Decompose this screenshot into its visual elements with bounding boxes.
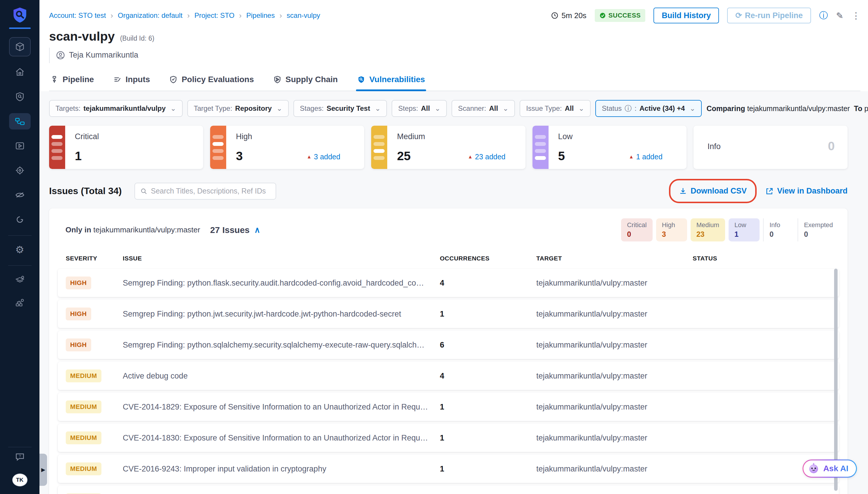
card-count: 3 xyxy=(236,149,243,163)
issues-header: Issues (Total 34) Download CSV View in D… xyxy=(39,169,868,203)
breadcrumb-account[interactable]: Account: STO test xyxy=(49,12,106,20)
ask-ai-label: Ask AI xyxy=(823,464,848,473)
info-icon[interactable]: ⓘ xyxy=(819,10,828,22)
breadcrumb-organization[interactable]: Organization: default xyxy=(118,12,182,20)
sidebar-item-targets[interactable] xyxy=(9,162,31,178)
table-row[interactable]: HIGH Semgrep Finding: python.sqlalchemy.… xyxy=(58,331,839,359)
filter-scanner[interactable]: Scanner:All ⌄ xyxy=(451,100,515,117)
severity-card-critical[interactable]: Critical 1 xyxy=(49,126,203,169)
sidebar-item-exemptions[interactable] xyxy=(9,187,31,203)
severity-card-low[interactable]: Low 5 ▲1 added xyxy=(533,126,687,169)
refresh-icon: ⟳ xyxy=(735,11,742,20)
severity-card-info[interactable]: Info 0 xyxy=(694,126,848,169)
svg-text:?: ? xyxy=(19,454,21,458)
card-label: Critical xyxy=(75,132,99,141)
chat-question-icon: ? xyxy=(15,452,25,462)
home-icon xyxy=(15,67,25,77)
chevron-down-icon: ⌄ xyxy=(503,104,508,113)
sidebar-item-overview[interactable] xyxy=(9,89,31,105)
user-avatar[interactable]: TK xyxy=(12,474,27,487)
search-input[interactable] xyxy=(151,187,270,195)
low-strip-icon xyxy=(533,126,548,169)
build-history-button[interactable]: Build History xyxy=(654,7,719,23)
ask-ai-button[interactable]: Ask AI xyxy=(803,459,857,478)
sidebar-item-help-chat[interactable]: ? xyxy=(9,449,31,466)
card-label: Info xyxy=(708,142,721,151)
filter-steps[interactable]: Steps:All ⌄ xyxy=(392,100,447,117)
tab-vulnerabilities[interactable]: Vulnerabilities xyxy=(356,71,426,91)
filter-target-type[interactable]: Target Type:Repository ⌄ xyxy=(187,100,289,117)
severity-chips: Critical0 High3 Medium23 Low1 Info0 Exem… xyxy=(618,218,839,242)
issues-group-header: Only in tejakummarikuntla/vulpy:master 2… xyxy=(58,218,839,242)
severity-cards: Critical 1 High 3 ▲3 added Medium 25 ▲23… xyxy=(39,117,868,169)
table-row[interactable]: MEDIUM CVE-2017-11424: PyJWT... 1 tejaku… xyxy=(58,486,839,494)
chip-low: Low1 xyxy=(729,218,759,242)
pipelines-icon xyxy=(15,116,25,127)
occurrences-value: 1 xyxy=(440,309,536,319)
owner-name: Teja Kummarikuntla xyxy=(69,51,138,60)
filter-stages[interactable]: Stages:Security Test ⌄ xyxy=(293,100,387,117)
table-row[interactable]: MEDIUM CVE-2014-1829: Exposure of Sensit… xyxy=(58,393,839,421)
issue-title: CVE-2016-9243: Improper input validation… xyxy=(123,464,440,474)
sidebar-item-settings[interactable]: ⚙ xyxy=(9,242,31,258)
rerun-pipeline-button[interactable]: ⟳ Re-run Pipeline xyxy=(727,7,811,23)
sidebar-divider-2 xyxy=(8,265,32,266)
table-row[interactable]: HIGH Semgrep Finding: python.jwt.securit… xyxy=(58,300,839,328)
sidebar-item-org-settings[interactable] xyxy=(9,294,31,311)
filter-targets[interactable]: Targets:tejakummarikuntla/vulpy ⌄ xyxy=(49,100,183,117)
collapse-group-icon[interactable]: ∧ xyxy=(254,225,261,235)
table-row[interactable]: MEDIUM Active debug code 4 tejakummariku… xyxy=(58,362,839,390)
chevron-down-icon: ⌄ xyxy=(276,104,282,113)
sidebar-item-default-settings[interactable] xyxy=(9,271,31,288)
table-row[interactable]: MEDIUM CVE-2016-9243: Improper input val… xyxy=(58,455,839,483)
layers-gear-icon xyxy=(15,275,25,285)
sidebar-item-baselines[interactable] xyxy=(9,211,31,228)
table-scrollbar[interactable] xyxy=(834,269,837,491)
download-csv-button[interactable]: Download CSV xyxy=(679,187,747,195)
severity-badge: HIGH xyxy=(66,339,91,352)
tab-policy-evaluations[interactable]: Policy Evaluations xyxy=(168,71,255,91)
filter-status[interactable]: Status ⓘ : Active (34) +4 ⌄ xyxy=(595,100,702,117)
issues-search[interactable] xyxy=(134,183,276,200)
card-count: 25 xyxy=(397,149,411,163)
sidebar-divider-3 xyxy=(8,447,32,447)
edit-pipeline-icon[interactable]: ✎ xyxy=(836,11,844,21)
severity-badge: MEDIUM xyxy=(66,462,101,475)
sidebar-item-home[interactable] xyxy=(9,64,31,80)
severity-card-high[interactable]: High 3 ▲3 added xyxy=(210,126,364,169)
target-value: tejakummarikuntla/vulpy:master xyxy=(536,434,693,442)
issue-title: CVE-2014-1830: Exposure of Sensitive Inf… xyxy=(123,434,440,442)
issue-title: Semgrep Finding: python.sqlalchemy.secur… xyxy=(123,341,440,349)
tab-inputs[interactable]: Inputs xyxy=(112,71,151,91)
breadcrumb-current[interactable]: scan-vulpy xyxy=(287,12,320,20)
severity-card-medium[interactable]: Medium 25 ▲23 added xyxy=(371,126,525,169)
occurrences-value: 4 xyxy=(440,279,536,288)
module-switcher[interactable] xyxy=(9,37,31,56)
tab-supply-chain[interactable]: Supply Chain xyxy=(272,71,339,91)
table-row[interactable]: HIGH Semgrep Finding: python.flask.secur… xyxy=(58,269,839,297)
target-value: tejakummarikuntla/vulpy:master xyxy=(536,279,693,288)
medium-strip-icon xyxy=(371,126,387,169)
breadcrumb-pipelines[interactable]: Pipelines xyxy=(246,12,275,20)
shield-search-icon xyxy=(15,92,25,102)
card-added: ▲3 added xyxy=(307,153,340,161)
sidebar-item-executions[interactable] xyxy=(9,138,31,154)
logo-underline xyxy=(9,27,31,29)
view-in-dashboard-button[interactable]: View in Dashboard xyxy=(766,187,848,195)
more-options-icon[interactable]: ⋮ xyxy=(852,11,861,21)
tab-pipeline[interactable]: Pipeline xyxy=(49,71,95,91)
chip-high: High3 xyxy=(656,218,687,242)
table-row[interactable]: MEDIUM CVE-2014-1830: Exposure of Sensit… xyxy=(58,424,839,452)
occurrences-value: 1 xyxy=(440,464,536,474)
sidebar-item-pipelines[interactable] xyxy=(9,113,31,130)
sidebar-collapse-handle[interactable]: ▶ xyxy=(39,454,47,486)
breadcrumb-project[interactable]: Project: STO xyxy=(194,12,234,20)
inputs-tab-icon xyxy=(113,75,121,83)
filter-issue-type[interactable]: Issue Type:All ⌄ xyxy=(520,100,591,117)
target-value: tejakummarikuntla/vulpy:master xyxy=(536,402,693,412)
chip-info: Info0 xyxy=(763,218,794,242)
severity-badge: MEDIUM xyxy=(66,369,101,382)
table-header: SEVERITYISSUEOCCURRENCESTARGETSTATUS xyxy=(58,255,839,262)
target-value: tejakummarikuntla/vulpy:master xyxy=(536,372,693,381)
executions-icon xyxy=(15,141,25,151)
